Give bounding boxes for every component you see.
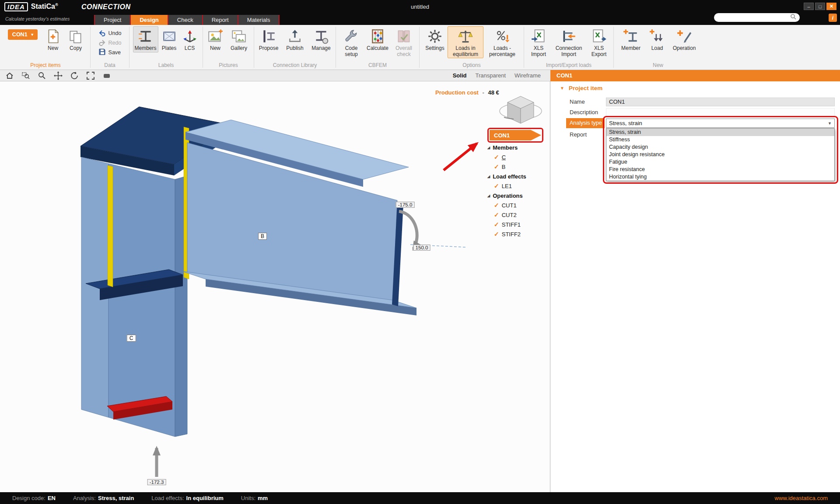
checkbox-checked-icon[interactable]: ✓	[494, 221, 499, 228]
undo-button[interactable]: Undo	[97, 29, 123, 38]
labels-members-button[interactable]: Members	[133, 26, 158, 52]
button-label: Copy	[70, 46, 82, 52]
zoom-icon[interactable]	[37, 71, 47, 80]
analysis-type-dropdown[interactable]: Stress, strain ▼	[606, 119, 835, 128]
section-plane-icon[interactable]	[102, 71, 112, 80]
loads-in-equilibrium-button[interactable]: Loads in equilibrium	[448, 26, 483, 58]
tree-group-operations[interactable]: ◢ Operations	[487, 191, 550, 200]
minimize-button[interactable]: –	[804, 3, 814, 10]
tree-group-load-effects[interactable]: ◢ Load effects	[487, 172, 550, 181]
module-name: CONNECTION	[81, 3, 131, 11]
beam-member-b-mesh[interactable]	[182, 120, 416, 315]
con1-selector[interactable]: CON1 ▾	[8, 29, 38, 40]
tab-project[interactable]: Project	[94, 15, 130, 25]
model-tree: CON1 ◢ Members ✓ C ✓ B ◢	[487, 128, 550, 239]
properties-panel: CON1 ▼ Project item Name CON1 Descriptio…	[550, 70, 840, 492]
zoom-fit-icon[interactable]	[85, 71, 96, 80]
analysis-type-label: Analysis type	[566, 118, 605, 128]
settings-button[interactable]: Settings	[423, 26, 447, 52]
view-mode-solid[interactable]: Solid	[453, 72, 467, 79]
option-fire-resistance[interactable]: Fire resistance	[606, 166, 834, 173]
member-label-c[interactable]: C	[127, 335, 136, 342]
propose-button[interactable]: Propose	[256, 26, 281, 52]
tree-item-cut2[interactable]: ✓ CUT2	[487, 210, 550, 220]
publish-button[interactable]: Publish	[282, 26, 308, 52]
option-fatigue[interactable]: Fatigue	[606, 158, 834, 166]
checkbox-checked-icon[interactable]: ✓	[494, 163, 499, 170]
maximize-button[interactable]: □	[815, 3, 825, 10]
production-cost-separator: -	[483, 89, 484, 96]
description-field[interactable]	[606, 108, 835, 117]
3d-scene[interactable]	[0, 81, 550, 492]
orbit-icon[interactable]	[69, 71, 80, 80]
checkbox-checked-icon[interactable]: ✓	[494, 182, 499, 189]
tree-group-members[interactable]: ◢ Members	[487, 143, 550, 152]
expander-icon[interactable]: ◢	[487, 175, 490, 178]
option-stress-strain[interactable]: Stress, strain	[606, 129, 834, 136]
xls-export-button[interactable]: XLS Export	[585, 26, 612, 58]
checkbox-checked-icon[interactable]: ✓	[494, 202, 499, 209]
connection-import-button[interactable]: Connection Import	[553, 26, 584, 58]
new-project-item-button[interactable]: New	[42, 26, 64, 52]
tab-report[interactable]: Report	[202, 15, 238, 25]
tree-item-cut1[interactable]: ✓ CUT1	[487, 200, 550, 210]
view-cube[interactable]	[498, 91, 544, 131]
new-member-button[interactable]: Member	[618, 26, 644, 52]
ribbon-group-cbfem: Code setup Calculate Overall check CBFEM	[337, 25, 418, 70]
option-capacity-design[interactable]: Capacity design	[606, 144, 834, 151]
button-label: Members	[134, 46, 156, 52]
button-label: New	[48, 46, 58, 52]
save-button[interactable]: Save	[97, 48, 123, 57]
checkbox-checked-icon[interactable]: ✓	[494, 154, 499, 161]
tab-design[interactable]: Design	[130, 15, 167, 25]
ribbon-separator	[336, 27, 336, 68]
overall-check-button[interactable]: Overall check	[391, 26, 416, 58]
close-button[interactable]: ✕	[826, 3, 836, 10]
new-load-button[interactable]: Load	[645, 26, 669, 52]
checkbox-checked-icon[interactable]: ✓	[494, 231, 499, 238]
member-label-b[interactable]: B	[258, 233, 267, 240]
expander-icon[interactable]: ◢	[487, 146, 490, 150]
name-field[interactable]: CON1	[606, 98, 835, 106]
labels-lcs-button[interactable]: LCS	[180, 26, 200, 52]
gallery-button[interactable]: Gallery	[226, 26, 252, 52]
option-stiffness[interactable]: Stiffness	[606, 136, 834, 144]
section-title: Project item	[569, 85, 602, 91]
option-joint-design-resistance[interactable]: Joint design resistance	[606, 151, 834, 158]
view-mode-transparent[interactable]: Transparent	[475, 72, 506, 79]
info-button[interactable]: i	[829, 14, 837, 22]
tree-item-stiff1[interactable]: ✓ STIFF1	[487, 220, 550, 229]
tab-check[interactable]: Check	[168, 15, 202, 25]
tree-group-label: Operations	[493, 192, 523, 199]
3d-viewport[interactable]: Production cost - 48 € B C -175.0	[0, 81, 550, 492]
redo-button[interactable]: Redo	[97, 38, 123, 47]
tree-item-member-c[interactable]: ✓ C	[487, 152, 550, 162]
con1-tree-tag[interactable]: CON1	[490, 130, 541, 140]
collapse-triangle-icon[interactable]: ▼	[560, 86, 564, 91]
tree-item-le1[interactable]: ✓ LE1	[487, 181, 550, 191]
registered-mark: ®	[55, 3, 58, 7]
website-link[interactable]: www.ideastatica.com	[775, 495, 828, 501]
code-setup-button[interactable]: Code setup	[339, 26, 364, 58]
copy-project-item-button[interactable]: Copy	[65, 26, 87, 52]
zoom-window-icon[interactable]	[21, 71, 31, 80]
tree-item-member-b[interactable]: ✓ B	[487, 162, 550, 172]
home-view-icon[interactable]	[4, 71, 15, 80]
tab-materials[interactable]: Materials	[238, 15, 280, 25]
expander-icon[interactable]: ◢	[487, 194, 490, 198]
view-mode-wireframe[interactable]: Wireframe	[514, 72, 541, 79]
search-box[interactable]	[714, 13, 800, 22]
picture-new-button[interactable]: New	[205, 26, 225, 52]
labels-plates-button[interactable]: Plates	[159, 26, 179, 52]
loads-percentage-button[interactable]: Loads - percentage	[484, 26, 520, 58]
tree-item-stiff2[interactable]: ✓ STIFF2	[487, 229, 550, 239]
search-input[interactable]	[718, 14, 790, 21]
xls-import-button[interactable]: XLS Import	[525, 26, 552, 58]
option-horizontal-tying[interactable]: Horizontal tying	[606, 173, 834, 181]
manage-button[interactable]: Manage	[308, 26, 334, 52]
calculate-button[interactable]: Calculate	[365, 26, 390, 52]
checkbox-checked-icon[interactable]: ✓	[494, 211, 499, 218]
new-operation-button[interactable]: Operation	[670, 26, 698, 52]
project-item-section[interactable]: ▼ Project item	[560, 85, 602, 91]
pan-icon[interactable]	[53, 71, 63, 80]
